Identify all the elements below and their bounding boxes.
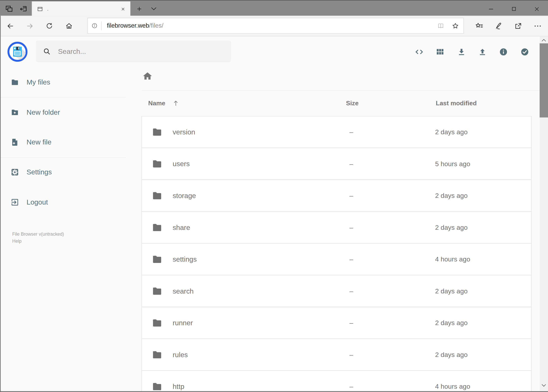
code-view-button[interactable]: [411, 44, 427, 59]
folder-icon: [151, 190, 163, 201]
file-name: share: [173, 223, 190, 231]
pen-icon: [494, 21, 503, 30]
info-button[interactable]: [496, 44, 511, 59]
window-minimize-button[interactable]: [483, 1, 499, 16]
file-name: version: [173, 128, 195, 136]
sidebar-item-new-file[interactable]: New file: [0, 134, 141, 150]
file-modified: 2 days ago: [435, 192, 468, 199]
search-box[interactable]: [36, 41, 231, 62]
new-tab-icon: [136, 6, 142, 12]
favorites-hub-button[interactable]: [472, 19, 486, 33]
sidebar-divider: [0, 97, 126, 98]
sidebar-item-logout[interactable]: Logout: [0, 194, 141, 210]
scrollbar-up-icon[interactable]: [541, 38, 547, 42]
back-button[interactable]: [3, 19, 17, 33]
table-row[interactable]: http – 4 hours ago: [142, 371, 531, 392]
page-icon: [37, 6, 43, 12]
upload-button[interactable]: [475, 44, 490, 59]
table-row[interactable]: share – 2 days ago: [142, 212, 531, 244]
favorite-star-icon[interactable]: [451, 22, 459, 29]
table-row[interactable]: users – 5 hours ago: [142, 148, 531, 180]
table-row[interactable]: rules – 2 days ago: [142, 339, 531, 371]
reading-view-icon[interactable]: [437, 22, 444, 29]
column-header-size[interactable]: Size: [346, 100, 358, 107]
address-bar[interactable]: filebrowser.web/files/: [87, 18, 464, 34]
home-icon: [65, 22, 73, 30]
file-plus-icon: [11, 138, 27, 146]
upload-icon: [478, 47, 487, 56]
file-size: –: [349, 224, 353, 231]
file-size: –: [349, 383, 353, 390]
annotate-button[interactable]: [492, 19, 505, 33]
sort-ascending-icon[interactable]: [172, 99, 180, 107]
tab-preview-button[interactable]: [4, 4, 15, 14]
table-row[interactable]: search – 2 days ago: [142, 276, 531, 308]
search-input[interactable]: [57, 47, 228, 56]
table-row[interactable]: version – 2 days ago: [142, 116, 531, 148]
sidebar-item-my-files[interactable]: My files: [0, 74, 141, 90]
forward-icon: [26, 22, 34, 30]
file-size: –: [349, 128, 353, 136]
file-modified: 2 days ago: [435, 128, 468, 136]
file-modified: 2 days ago: [435, 351, 468, 358]
sidebar-item-new-folder[interactable]: New folder: [0, 104, 141, 120]
file-modified: 2 days ago: [435, 319, 468, 327]
back-icon: [6, 22, 14, 30]
sidebar-item-settings[interactable]: Settings: [0, 164, 141, 180]
settings-gear-icon: [11, 168, 27, 176]
table-row[interactable]: runner – 2 days ago: [142, 307, 531, 339]
help-link[interactable]: Help: [12, 238, 64, 245]
more-icon: [533, 21, 542, 30]
file-name: http: [173, 382, 184, 391]
file-name: settings: [173, 255, 197, 263]
url-text: filebrowser.web/files/: [107, 22, 163, 29]
select-multiple-button[interactable]: [517, 44, 532, 59]
new-tab-button[interactable]: [133, 4, 145, 13]
sidebar-item-label: New file: [27, 138, 51, 146]
close-window-icon: [534, 6, 540, 12]
more-button[interactable]: [531, 19, 544, 33]
share-button[interactable]: [511, 19, 525, 33]
refresh-button[interactable]: [42, 19, 56, 33]
folder-icon: [151, 158, 163, 169]
set-tabs-aside-button[interactable]: [17, 4, 29, 14]
scrollbar-down-icon[interactable]: [541, 383, 547, 387]
sidebar: My files New folder: [0, 69, 141, 392]
window-maximize-button[interactable]: [506, 1, 522, 16]
grid-view-icon[interactable]: [432, 44, 448, 59]
table-row[interactable]: settings – 4 hours ago: [142, 244, 531, 276]
breadcrumb-home-button[interactable]: [141, 70, 154, 82]
view-module-icon: [436, 47, 444, 56]
home-button[interactable]: [62, 19, 76, 33]
file-size: –: [349, 287, 353, 295]
table-row[interactable]: storage – 2 days ago: [142, 180, 531, 212]
forward-button[interactable]: [23, 19, 37, 33]
sidebar-item-label: New folder: [27, 108, 60, 116]
folder-icon: [151, 285, 163, 297]
check-circle-icon: [520, 47, 529, 56]
window-close-button[interactable]: [529, 1, 545, 16]
file-modified: 2 days ago: [435, 224, 468, 231]
tab-list-button[interactable]: [148, 4, 159, 13]
file-name: rules: [173, 351, 188, 359]
filebrowser-logo[interactable]: [7, 42, 28, 62]
folder-icon: [151, 222, 163, 233]
column-header-name[interactable]: Name: [148, 100, 165, 107]
site-info-icon[interactable]: [91, 22, 98, 29]
column-header-modified[interactable]: Last modified: [436, 100, 477, 107]
scrollbar-thumb[interactable]: [540, 43, 548, 118]
file-name: search: [173, 287, 194, 295]
browser-window: .: [0, 0, 548, 392]
url-separator: [101, 21, 102, 30]
browser-tab[interactable]: .: [32, 1, 131, 16]
home-icon: [142, 71, 153, 82]
window-border-bottom: [0, 391, 548, 392]
folder-plus-icon: [11, 108, 27, 117]
page-scrollbar[interactable]: [540, 36, 548, 392]
folder-icon: [151, 381, 163, 392]
download-button[interactable]: [454, 44, 469, 59]
tab-close-icon[interactable]: [120, 6, 126, 12]
browser-navbar: filebrowser.web/files/: [0, 16, 548, 36]
content-divider: [141, 90, 540, 91]
sidebar-item-label: Logout: [27, 198, 48, 206]
